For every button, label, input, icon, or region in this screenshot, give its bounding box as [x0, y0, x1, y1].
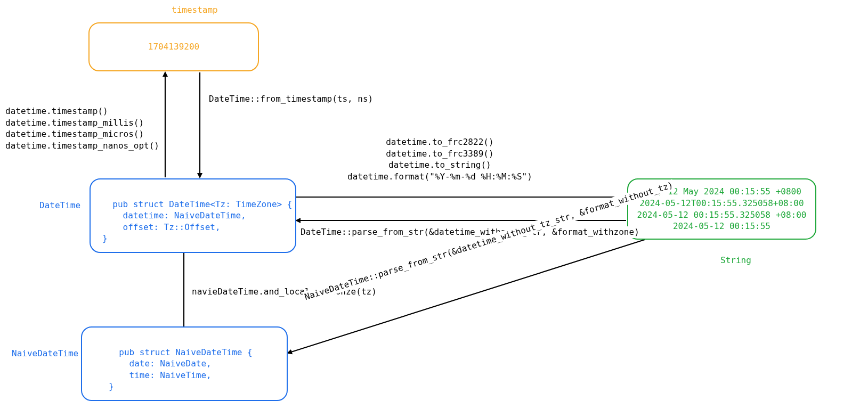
- edge-dt-to-ts-label: datetime.timestamp() datetime.timestamp_…: [4, 105, 160, 151]
- timestamp-title: timestamp: [171, 4, 219, 16]
- naivedatetime-node: pub struct NaiveDateTime { date: NaiveDa…: [81, 326, 288, 401]
- datetime-node: pub struct DateTime<Tz: TimeZone> { date…: [90, 178, 296, 253]
- timestamp-content: 1704139200: [148, 41, 199, 53]
- datetime-title: DateTime: [38, 200, 82, 211]
- naivedatetime-title: NaiveDateTime: [11, 348, 79, 359]
- string-title: String: [719, 255, 752, 266]
- datetime-content: pub struct DateTime<Tz: TimeZone> { date…: [102, 199, 292, 244]
- edge-str-to-ndt-label: NaiveDateTime::parse_from_str(&datetime_…: [302, 179, 676, 303]
- edge-str-to-dt-label: DateTime::parse_from_str(&datetime_withz…: [299, 226, 640, 238]
- naivedatetime-content: pub struct NaiveDateTime { date: NaiveDa…: [109, 347, 253, 392]
- edge-dt-to-str-label: datetime.to_frc2822() datetime.to_frc338…: [346, 136, 533, 182]
- edge-ts-to-dt-label: DateTime::from_timestamp(ts, ns): [208, 93, 374, 105]
- timestamp-node: 1704139200: [88, 22, 259, 71]
